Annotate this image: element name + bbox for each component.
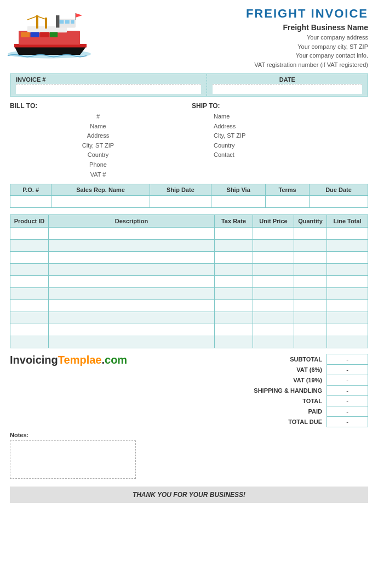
bill-name: Name: [10, 122, 186, 132]
product-cell-total[interactable]: [327, 252, 368, 264]
product-cell-total[interactable]: [327, 240, 368, 252]
ship-image: [5, 5, 93, 61]
product-cell-tax[interactable]: [215, 276, 253, 288]
product-cell-desc[interactable]: [49, 288, 215, 300]
product-cell-total[interactable]: [327, 276, 368, 288]
product-cell-pid[interactable]: [10, 276, 49, 288]
product-cell-desc[interactable]: [49, 228, 215, 240]
product-cell-desc[interactable]: [49, 300, 215, 312]
total-due-row: TOTAL DUE -: [204, 417, 368, 427]
product-cell-qty[interactable]: [294, 264, 327, 276]
product-cell-desc[interactable]: [49, 252, 215, 264]
product-cell-unit[interactable]: [253, 288, 294, 300]
product-cell-pid[interactable]: [10, 312, 49, 324]
po-cell-shipvia[interactable]: [211, 196, 266, 208]
svg-rect-16: [50, 32, 58, 37]
product-cell-qty[interactable]: [294, 252, 327, 264]
product-cell-total[interactable]: [327, 228, 368, 240]
bill-to-col: BILL TO: # Name Address City, ST ZIP Cou…: [10, 102, 186, 179]
page: FREIGHT INVOICE Freight Business Name Yo…: [0, 0, 378, 588]
product-cell-pid[interactable]: [10, 288, 49, 300]
product-cell-desc[interactable]: [49, 264, 215, 276]
prod-header-unit: Unit Price: [253, 215, 294, 228]
product-cell-total[interactable]: [327, 264, 368, 276]
product-cell-qty[interactable]: [294, 228, 327, 240]
product-row: [10, 336, 368, 348]
notes-section: Notes:: [10, 432, 368, 479]
date-value[interactable]: [213, 84, 362, 94]
ship-to-col: SHIP TO: Name Address City, ST ZIP Count…: [192, 102, 368, 179]
vat19-value: -: [327, 375, 368, 386]
product-row: [10, 276, 368, 288]
product-cell-tax[interactable]: [215, 228, 253, 240]
brand-invoicing-text: Invoicing: [10, 354, 58, 366]
product-cell-qty[interactable]: [294, 276, 327, 288]
total-value: -: [327, 396, 368, 406]
subtotal-row: SUBTOTAL -: [204, 354, 368, 365]
product-cell-pid[interactable]: [10, 300, 49, 312]
prod-header-tax: Tax Rate: [215, 215, 253, 228]
product-row: [10, 252, 368, 264]
product-cell-total[interactable]: [327, 336, 368, 348]
po-cell-shipdate[interactable]: [150, 196, 211, 208]
product-cell-pid[interactable]: [10, 324, 49, 336]
total-row: TOTAL -: [204, 396, 368, 406]
product-cell-tax[interactable]: [215, 252, 253, 264]
product-cell-tax[interactable]: [215, 336, 253, 348]
po-cell-terms[interactable]: [266, 196, 310, 208]
notes-left: Notes:: [10, 432, 193, 479]
product-cell-pid[interactable]: [10, 240, 49, 252]
po-cell-po[interactable]: [10, 196, 51, 208]
product-cell-qty[interactable]: [294, 336, 327, 348]
product-cell-unit[interactable]: [253, 252, 294, 264]
total-due-value: -: [327, 417, 368, 427]
product-cell-desc[interactable]: [49, 276, 215, 288]
product-cell-total[interactable]: [327, 312, 368, 324]
product-cell-qty[interactable]: [294, 324, 327, 336]
product-cell-total[interactable]: [327, 300, 368, 312]
product-cell-desc[interactable]: [49, 240, 215, 252]
product-cell-unit[interactable]: [253, 276, 294, 288]
company-name: Freight Business Name: [93, 23, 368, 32]
shipping-label: SHIPPING & HANDLING: [204, 386, 327, 396]
product-cell-total[interactable]: [327, 288, 368, 300]
product-cell-desc[interactable]: [49, 336, 215, 348]
product-cell-tax[interactable]: [215, 264, 253, 276]
products-table: Product ID Description Tax Rate Unit Pri…: [10, 214, 368, 348]
product-cell-qty[interactable]: [294, 288, 327, 300]
bill-address: Address: [10, 131, 186, 141]
product-cell-unit[interactable]: [253, 228, 294, 240]
product-cell-pid[interactable]: [10, 264, 49, 276]
product-cell-unit[interactable]: [253, 312, 294, 324]
product-cell-unit[interactable]: [253, 300, 294, 312]
product-cell-unit[interactable]: [253, 264, 294, 276]
product-cell-tax[interactable]: [215, 288, 253, 300]
product-cell-unit[interactable]: [253, 336, 294, 348]
product-cell-pid[interactable]: [10, 228, 49, 240]
product-cell-pid[interactable]: [10, 252, 49, 264]
invoice-value[interactable]: [16, 84, 201, 94]
notes-box[interactable]: [10, 440, 136, 479]
product-cell-tax[interactable]: [215, 312, 253, 324]
product-cell-tax[interactable]: [215, 240, 253, 252]
product-cell-total[interactable]: [327, 324, 368, 336]
ship-address: Address: [192, 122, 368, 132]
product-cell-tax[interactable]: [215, 300, 253, 312]
po-cell-sales[interactable]: [51, 196, 150, 208]
totals-table: SUBTOTAL - VAT (6%) - VAT (19%) - SHIPPI…: [204, 354, 368, 427]
vat6-label: VAT (6%): [204, 365, 327, 375]
svg-rect-14: [31, 32, 39, 37]
product-cell-qty[interactable]: [294, 240, 327, 252]
product-cell-unit[interactable]: [253, 324, 294, 336]
product-cell-desc[interactable]: [49, 312, 215, 324]
bill-to-label: BILL TO:: [10, 102, 186, 110]
product-cell-tax[interactable]: [215, 324, 253, 336]
product-cell-desc[interactable]: [49, 324, 215, 336]
po-cell-duedate[interactable]: [309, 196, 368, 208]
product-row: [10, 288, 368, 300]
product-cell-qty[interactable]: [294, 312, 327, 324]
product-cell-unit[interactable]: [253, 240, 294, 252]
product-cell-qty[interactable]: [294, 300, 327, 312]
product-cell-pid[interactable]: [10, 336, 49, 348]
invoice-label: INVOICE #: [16, 76, 45, 83]
